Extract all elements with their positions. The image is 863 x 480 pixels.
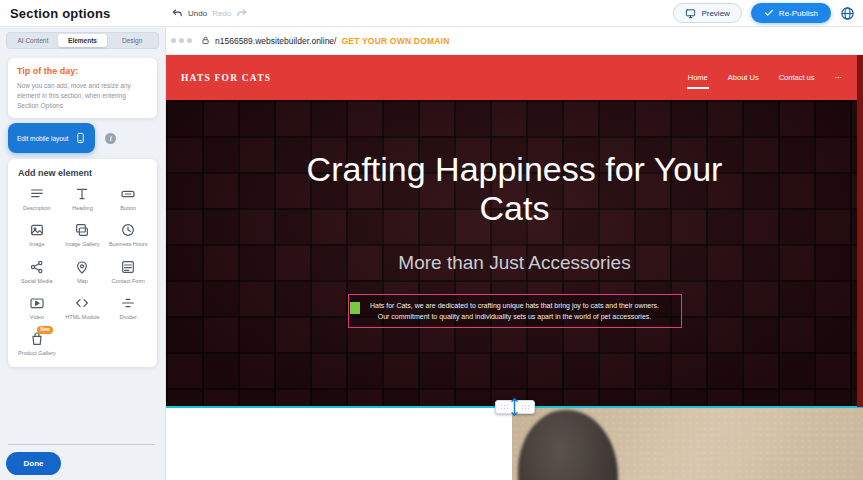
language-globe-icon[interactable] (840, 6, 855, 21)
scrollbar-thumb[interactable] (857, 55, 863, 407)
edit-mobile-layout-label: Edit mobile layout (17, 135, 68, 142)
drag-dots (500, 404, 508, 411)
nav-home[interactable]: Home (687, 69, 709, 86)
lock-icon (201, 36, 210, 45)
hero-subtitle[interactable]: More than Just Accessories (398, 252, 630, 274)
contact-form-icon (120, 259, 136, 275)
mobile-layout-row: Edit mobile layout i (8, 123, 157, 153)
hero-section: Crafting Happiness for Your Cats More th… (166, 100, 863, 406)
add-element-panel: Add new element DescriptionHeadingButton… (8, 159, 157, 367)
preview-button[interactable]: Preview (673, 3, 741, 23)
info-icon[interactable]: i (105, 133, 116, 144)
hero-body-text: Hats for Cats, we are dedicated to craft… (357, 300, 673, 322)
element-item-label: Description (23, 205, 51, 212)
site-header: HATS FOR CATS HomeAbout UsContact us⋯ (166, 55, 863, 100)
video-icon (29, 295, 45, 311)
map-pin-icon (74, 259, 90, 275)
element-item-label: HTML Module (65, 314, 99, 321)
sidebar: AI Content Elements Design Tip of the da… (0, 27, 166, 480)
preview-button-label: Preview (701, 9, 729, 18)
new-badge: New (37, 326, 52, 334)
redo-icon[interactable] (236, 8, 247, 19)
section-resize-handle[interactable] (495, 400, 535, 414)
monitor-icon (685, 8, 696, 19)
element-item-heading[interactable]: Heading (60, 186, 106, 212)
window-dot (171, 38, 176, 43)
nav-about-us[interactable]: About Us (727, 69, 760, 86)
get-domain-link[interactable]: GET YOUR OWN DOMAIN (341, 36, 449, 46)
selection-handle[interactable] (350, 302, 360, 314)
share-icon (29, 259, 45, 275)
element-item-map[interactable]: Map (60, 259, 106, 285)
element-item-contact-form[interactable]: Contact Form (105, 259, 151, 285)
element-item-label: Video (30, 314, 44, 321)
button-icon (120, 186, 136, 202)
address-url[interactable]: n1566589.websitebuilder.online/ (215, 36, 336, 46)
done-button[interactable]: Done (6, 452, 61, 475)
sidebar-divider (8, 444, 155, 445)
image-gallery-icon (74, 222, 90, 238)
element-item-label: Heading (72, 205, 93, 212)
sidebar-tabs: AI Content Elements Design (6, 32, 159, 49)
element-item-label: Map (77, 278, 88, 285)
element-item-image[interactable]: Image (14, 222, 60, 248)
element-item-button[interactable]: Button (105, 186, 151, 212)
element-item-image-gallery[interactable]: Image Gallery (60, 222, 106, 248)
element-item-label: Image (29, 241, 44, 248)
element-item-description[interactable]: Description (14, 186, 60, 212)
hero-title[interactable]: Crafting Happiness for Your Cats (300, 150, 730, 228)
window-dots (171, 38, 192, 43)
page-title: Section options (10, 6, 111, 21)
element-item-label: Social Media (21, 278, 53, 285)
main-area: n1566589.websitebuilder.online/ GET YOUR… (166, 27, 863, 480)
redo-button[interactable]: Redo (212, 9, 231, 18)
code-icon (74, 295, 90, 311)
element-item-social-media[interactable]: Social Media (14, 259, 60, 285)
site-preview: HATS FOR CATS HomeAbout UsContact us⋯ Cr… (166, 55, 863, 480)
element-item-label: Business Hours (109, 241, 148, 248)
undo-button[interactable]: Undo (188, 9, 207, 18)
topbar-actions: Preview Re-Publish (673, 3, 855, 23)
tab-elements[interactable]: Elements (58, 34, 108, 47)
next-section (166, 408, 863, 480)
topbar: Section options Undo Redo Preview Re-Pub… (0, 0, 863, 27)
element-item-label: Image Gallery (65, 241, 99, 248)
nav-more-menu[interactable]: ⋯ (834, 69, 844, 86)
element-item-product-gallery[interactable]: Product GalleryNew (14, 331, 60, 357)
tip-title: Tip of the day: (17, 66, 148, 76)
element-item-label: Product Gallery (18, 350, 56, 357)
divider-icon (120, 295, 136, 311)
resize-arrows-icon (510, 397, 519, 417)
republish-button-label: Re-Publish (779, 9, 818, 18)
text-lines-icon (29, 186, 45, 202)
add-element-title: Add new element (18, 168, 147, 178)
browser-bar: n1566589.websitebuilder.online/ GET YOUR… (166, 27, 863, 55)
element-item-video[interactable]: Video (14, 295, 60, 321)
tip-body: Now you can add, move and resize any ele… (17, 81, 148, 110)
element-item-divider[interactable]: Divider (105, 295, 151, 321)
hero-text-box[interactable]: Hats for Cats, we are dedicated to craft… (348, 294, 682, 328)
business-hours-icon (120, 222, 136, 238)
republish-button[interactable]: Re-Publish (751, 3, 831, 23)
site-logo[interactable]: HATS FOR CATS (181, 73, 271, 83)
nav-contact-us[interactable]: Contact us (778, 69, 816, 86)
phone-icon (75, 131, 86, 145)
site-nav: HomeAbout UsContact us⋯ (687, 55, 843, 100)
window-dot (187, 38, 192, 43)
heading-icon (74, 186, 90, 202)
element-item-business-hours[interactable]: Business Hours (105, 222, 151, 248)
history-controls: Undo Redo (172, 8, 247, 19)
element-item-label: Contact Form (112, 278, 145, 285)
element-item-html-module[interactable]: HTML Module (60, 295, 106, 321)
window-dot (179, 38, 184, 43)
check-icon (764, 8, 774, 18)
drag-dots (521, 404, 529, 411)
element-item-label: Button (120, 205, 136, 212)
cat-photo (512, 408, 863, 480)
undo-icon[interactable] (172, 8, 183, 19)
tab-design[interactable]: Design (107, 34, 157, 47)
element-grid: DescriptionHeadingButtonImageImage Galle… (14, 186, 151, 357)
tab-ai-content[interactable]: AI Content (8, 34, 58, 47)
edit-mobile-layout-button[interactable]: Edit mobile layout (8, 123, 95, 153)
element-item-label: Divider (120, 314, 137, 321)
